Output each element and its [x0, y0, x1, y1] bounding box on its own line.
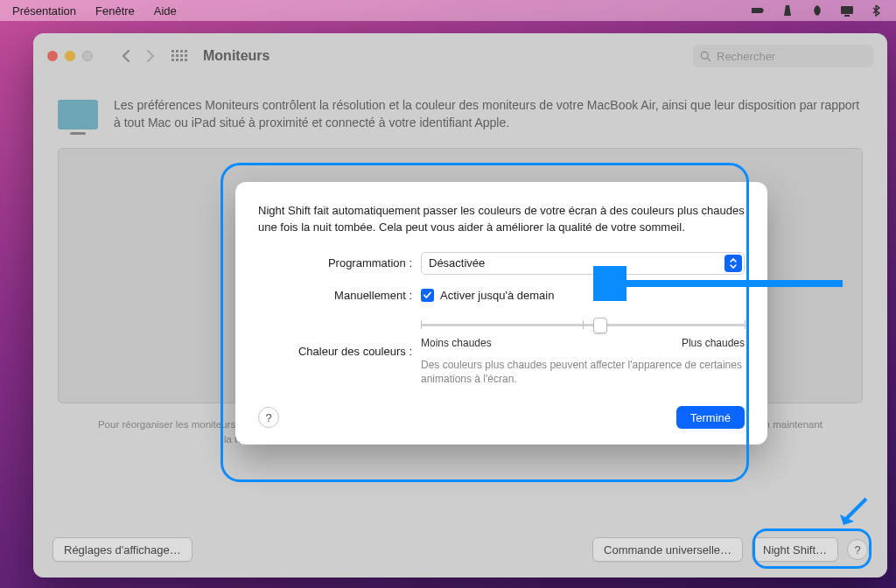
chevron-updown-icon [724, 255, 742, 272]
schedule-select[interactable]: Désactivée [421, 252, 745, 275]
display-icon[interactable] [840, 4, 854, 17]
warmth-slider[interactable] [421, 316, 745, 333]
app-icon-1[interactable] [751, 4, 765, 17]
sheet-help-button[interactable]: ? [258, 407, 279, 428]
leaf-icon[interactable] [810, 4, 824, 17]
manual-checkbox-label[interactable]: Activer jusqu'à demain [440, 289, 554, 302]
bluetooth-icon[interactable] [870, 4, 884, 17]
manual-checkbox[interactable] [421, 289, 434, 302]
svg-rect-0 [841, 6, 853, 14]
night-shift-sheet: Night Shift fait automatiquement passer … [235, 182, 767, 444]
done-button[interactable]: Terminé [676, 406, 745, 429]
vlc-icon[interactable] [780, 4, 794, 17]
schedule-label: Programmation : [258, 256, 421, 270]
manual-label: Manuellement : [258, 289, 421, 302]
preferences-window: Moniteurs Rechercher Les préférences Mon… [33, 33, 887, 578]
menu-window[interactable]: Fenêtre [95, 4, 135, 18]
warmth-note: Des couleurs plus chaudes peuvent affect… [421, 358, 745, 388]
warmth-label: Chaleur des couleurs : [258, 345, 421, 358]
warmth-max-label: Plus chaudes [682, 337, 745, 349]
checkmark-icon [423, 290, 432, 300]
schedule-value: Désactivée [429, 256, 485, 270]
sheet-intro: Night Shift fait automatiquement passer … [258, 203, 745, 236]
menu-presentation[interactable]: Présentation [12, 4, 76, 18]
menubar-tray [751, 4, 884, 17]
slider-knob[interactable] [593, 318, 607, 333]
svg-rect-1 [844, 15, 850, 17]
menu-help[interactable]: Aide [154, 4, 177, 18]
menubar: Présentation Fenêtre Aide [0, 0, 896, 21]
warmth-min-label: Moins chaudes [421, 337, 492, 349]
